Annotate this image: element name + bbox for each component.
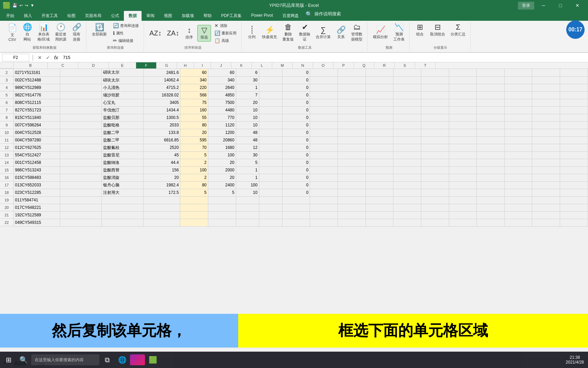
btn-properties[interactable]: ℹ 属性 xyxy=(111,30,141,36)
cell-I21[interactable] xyxy=(259,211,282,219)
cell-M7[interactable] xyxy=(365,106,393,114)
cell-H6[interactable]: 20 xyxy=(236,99,259,106)
cell-Q14[interactable] xyxy=(477,159,505,166)
btn-group[interactable]: ⊞ 组合 xyxy=(413,22,427,38)
cell-T15[interactable] xyxy=(560,166,588,174)
cell-D8[interactable]: 盐酸贝那 xyxy=(102,114,143,121)
cell-K20[interactable] xyxy=(310,204,338,211)
cell-E10[interactable]: 133.8 xyxy=(143,129,180,136)
cell-Q4[interactable] xyxy=(477,84,505,91)
col-header-t[interactable]: T xyxy=(415,62,436,68)
cell-T5[interactable] xyxy=(560,91,588,99)
login-button[interactable]: 登录 xyxy=(518,2,534,10)
cell-C6[interactable] xyxy=(60,99,101,106)
cell-S2[interactable] xyxy=(532,69,560,76)
cell-P9[interactable] xyxy=(449,121,477,129)
col-header-b[interactable]: B xyxy=(14,62,48,68)
name-box[interactable] xyxy=(2,54,29,61)
cell-G9[interactable]: 1120 xyxy=(208,121,236,129)
cell-S22[interactable] xyxy=(532,219,560,226)
cell-H22[interactable] xyxy=(236,219,259,226)
cell-M17[interactable] xyxy=(365,181,393,189)
cell-R11[interactable] xyxy=(504,136,532,144)
cell-M12[interactable] xyxy=(365,144,393,151)
cell-G15[interactable]: 2000 xyxy=(208,166,236,174)
row-header-3[interactable]: 3 xyxy=(0,76,14,84)
cell-R9[interactable] xyxy=(504,121,532,129)
start-button[interactable]: ⊞ xyxy=(1,353,16,367)
cell-O8[interactable] xyxy=(421,114,449,121)
redo-icon[interactable]: ↪ xyxy=(25,3,28,8)
tab-data[interactable]: 数据 xyxy=(124,11,142,21)
cell-C21[interactable] xyxy=(60,211,101,219)
tab-draw[interactable]: 绘图 xyxy=(63,11,80,21)
cell-H13[interactable]: 30 xyxy=(236,151,259,159)
cell-R22[interactable] xyxy=(504,219,532,226)
cell-C20[interactable] xyxy=(60,204,101,211)
cell-C2[interactable] xyxy=(60,69,101,76)
cell-T17[interactable] xyxy=(560,181,588,189)
cell-C10[interactable] xyxy=(60,129,101,136)
cell-R13[interactable] xyxy=(504,151,532,159)
cell-J5[interactable]: 0 xyxy=(282,91,310,99)
btn-filter[interactable]: ▽ 筛选 xyxy=(197,25,211,42)
cell-I16[interactable] xyxy=(259,174,282,181)
cell-O16[interactable] xyxy=(421,174,449,181)
cell-R17[interactable] xyxy=(504,181,532,189)
cell-N9[interactable] xyxy=(393,121,421,129)
cell-I3[interactable] xyxy=(259,76,282,84)
cell-O7[interactable] xyxy=(421,106,449,114)
cell-G11[interactable]: 20860 xyxy=(208,136,236,144)
btn-sort[interactable]: ↕ 排序 xyxy=(182,25,196,41)
cell-L9[interactable] xyxy=(338,121,366,129)
cell-L7[interactable] xyxy=(338,106,366,114)
cell-M2[interactable] xyxy=(365,69,393,76)
cell-E15[interactable]: 156 xyxy=(143,166,180,174)
cell-E16[interactable]: 20 xyxy=(143,174,180,181)
cell-D22[interactable] xyxy=(102,219,143,226)
cell-T13[interactable] xyxy=(560,151,588,159)
cell-N3[interactable] xyxy=(393,76,421,84)
cell-T18[interactable] xyxy=(560,189,588,196)
cell-C16[interactable] xyxy=(60,174,101,181)
cell-H8[interactable]: 10 xyxy=(236,114,259,121)
cell-B22[interactable]: 049CY549315 xyxy=(14,219,60,226)
cell-D19[interactable] xyxy=(102,196,143,204)
cell-F22[interactable] xyxy=(180,219,208,226)
cell-D17[interactable]: 银丹心脑 xyxy=(102,181,143,189)
cell-H14[interactable]: 5 xyxy=(236,159,259,166)
row-header-19[interactable]: 19 xyxy=(0,196,14,204)
cell-H21[interactable] xyxy=(236,211,259,219)
taskbar-search-box[interactable]: 在这里输入你要搜索的内容 xyxy=(31,354,99,365)
cell-E19[interactable] xyxy=(143,196,180,204)
cell-J17[interactable]: 0 xyxy=(282,181,310,189)
cell-Q2[interactable] xyxy=(477,69,505,76)
cell-I12[interactable] xyxy=(259,144,282,151)
row-header-12[interactable]: 12 xyxy=(0,144,14,151)
cell-R12[interactable] xyxy=(504,144,532,151)
cell-M19[interactable] xyxy=(365,196,393,204)
cell-T14[interactable] xyxy=(560,159,588,166)
cell-C19[interactable] xyxy=(60,196,101,204)
cell-T7[interactable] xyxy=(560,106,588,114)
cell-I9[interactable] xyxy=(259,121,282,129)
cell-I17[interactable] xyxy=(259,181,282,189)
cell-M11[interactable] xyxy=(365,136,393,144)
btn-recent[interactable]: 🕐 最近使用的源 xyxy=(53,22,68,43)
cell-R2[interactable] xyxy=(504,69,532,76)
cell-I2[interactable] xyxy=(259,69,282,76)
cell-I7[interactable] xyxy=(259,106,282,114)
cell-Q8[interactable] xyxy=(477,114,505,121)
cell-C14[interactable] xyxy=(60,159,101,166)
cell-I18[interactable] xyxy=(259,189,282,196)
cell-B9[interactable]: 007CY596264 xyxy=(14,121,60,129)
col-header-h[interactable]: H xyxy=(177,62,194,68)
cell-B18[interactable]: 023CY512285 xyxy=(14,189,60,196)
cell-N12[interactable] xyxy=(393,144,421,151)
cell-R6[interactable] xyxy=(504,99,532,106)
col-header-n[interactable]: N xyxy=(293,62,313,68)
cell-C18[interactable] xyxy=(60,189,101,196)
cell-D6[interactable]: 心宝丸 xyxy=(102,99,143,106)
tab-view[interactable]: 视图 xyxy=(159,11,177,21)
cell-Q16[interactable] xyxy=(477,174,505,181)
